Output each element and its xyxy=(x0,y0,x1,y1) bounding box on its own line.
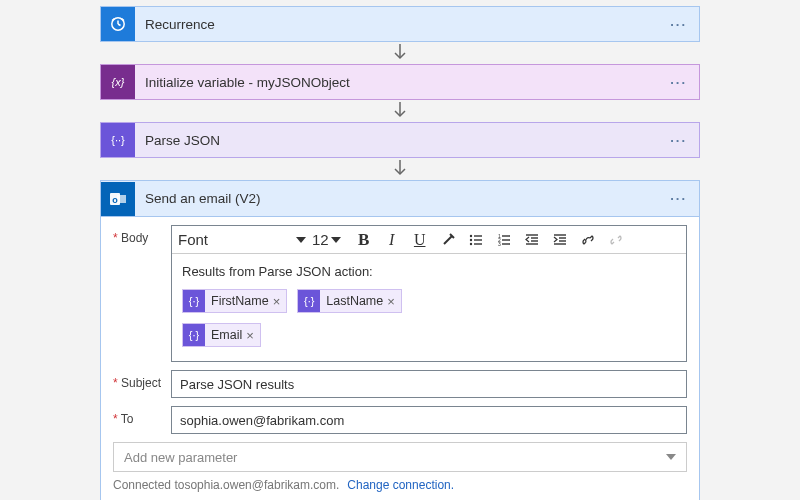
token-lastname[interactable]: {·} LastName × xyxy=(297,289,402,313)
font-select[interactable]: Font xyxy=(178,229,306,250)
token-remove[interactable]: × xyxy=(242,328,260,343)
step-title: Recurrence xyxy=(135,17,658,32)
add-parameter-dropdown[interactable]: Add new parameter xyxy=(113,442,687,472)
step-parse-json[interactable]: {··} Parse JSON ··· xyxy=(100,122,700,158)
clock-icon xyxy=(101,7,135,41)
svg-line-2 xyxy=(118,24,121,26)
outlook-icon: o xyxy=(101,182,135,216)
token-remove[interactable]: × xyxy=(383,294,401,309)
font-label: Font xyxy=(178,231,208,248)
svg-text:{x}: {x} xyxy=(112,76,125,88)
json-icon: {··} xyxy=(101,123,135,157)
step-title: Parse JSON xyxy=(135,133,658,148)
token-email[interactable]: {·} Email × xyxy=(182,323,261,347)
flow-arrow xyxy=(20,100,780,122)
step-menu-button[interactable]: ··· xyxy=(658,17,699,32)
add-parameter-label: Add new parameter xyxy=(124,450,237,465)
change-connection-link[interactable]: Change connection. xyxy=(347,478,454,492)
variable-icon: {x} xyxy=(101,65,135,99)
step-menu-button[interactable]: ··· xyxy=(658,191,699,206)
font-size-select[interactable]: 12 xyxy=(312,231,341,248)
indent-button[interactable] xyxy=(549,229,571,251)
step-menu-button[interactable]: ··· xyxy=(658,133,699,148)
flow-arrow xyxy=(20,42,780,64)
body-text: Results from Parse JSON action: xyxy=(182,264,676,279)
chevron-down-icon xyxy=(331,237,341,243)
card-title: Send an email (V2) xyxy=(135,191,658,206)
token-label: Email xyxy=(211,328,242,342)
link-button[interactable] xyxy=(577,229,599,251)
chevron-down-icon xyxy=(666,454,676,460)
to-input[interactable] xyxy=(171,406,687,434)
svg-point-13 xyxy=(469,242,471,244)
size-label: 12 xyxy=(312,231,329,248)
json-icon: {·} xyxy=(298,290,320,312)
token-label: FirstName xyxy=(211,294,269,308)
unlink-button[interactable] xyxy=(605,229,627,251)
outdent-button[interactable] xyxy=(521,229,543,251)
bold-button[interactable]: B xyxy=(353,229,375,251)
body-content[interactable]: Results from Parse JSON action: {·} Firs… xyxy=(172,254,686,361)
connected-prefix: Connected to xyxy=(113,478,184,492)
editor-toolbar: Font 12 B I U xyxy=(172,226,686,254)
svg-rect-9 xyxy=(117,195,126,203)
step-initialize-variable[interactable]: {x} Initialize variable - myJSONObject ·… xyxy=(100,64,700,100)
step-title: Initialize variable - myJSONObject xyxy=(135,75,658,90)
svg-text:3: 3 xyxy=(498,241,501,247)
italic-button[interactable]: I xyxy=(381,229,403,251)
subject-label: Subject xyxy=(113,370,171,398)
token-label: LastName xyxy=(326,294,383,308)
json-icon: {·} xyxy=(183,290,205,312)
svg-point-11 xyxy=(469,234,471,236)
chevron-down-icon xyxy=(296,237,306,243)
svg-text:o: o xyxy=(112,194,118,204)
connection-footer: Connected to sophia.owen@fabrikam.com. C… xyxy=(101,472,699,500)
card-header[interactable]: o Send an email (V2) ··· xyxy=(101,181,699,217)
token-firstname[interactable]: {·} FirstName × xyxy=(182,289,287,313)
step-menu-button[interactable]: ··· xyxy=(658,75,699,90)
to-label: To xyxy=(113,406,171,434)
body-editor: Font 12 B I U xyxy=(171,225,687,362)
json-icon: {·} xyxy=(183,324,205,346)
step-send-email: o Send an email (V2) ··· Body Font xyxy=(100,180,700,500)
flow-arrow xyxy=(20,158,780,180)
bullet-list-button[interactable] xyxy=(465,229,487,251)
body-label: Body xyxy=(113,225,171,362)
underline-button[interactable]: U xyxy=(409,229,431,251)
svg-point-12 xyxy=(469,238,471,240)
connected-account: sophia.owen@fabrikam.com. xyxy=(184,478,339,492)
token-remove[interactable]: × xyxy=(269,294,287,309)
step-recurrence[interactable]: Recurrence ··· xyxy=(100,6,700,42)
svg-text:{··}: {··} xyxy=(111,134,125,146)
color-button[interactable] xyxy=(437,229,459,251)
subject-input[interactable] xyxy=(171,370,687,398)
number-list-button[interactable]: 123 xyxy=(493,229,515,251)
